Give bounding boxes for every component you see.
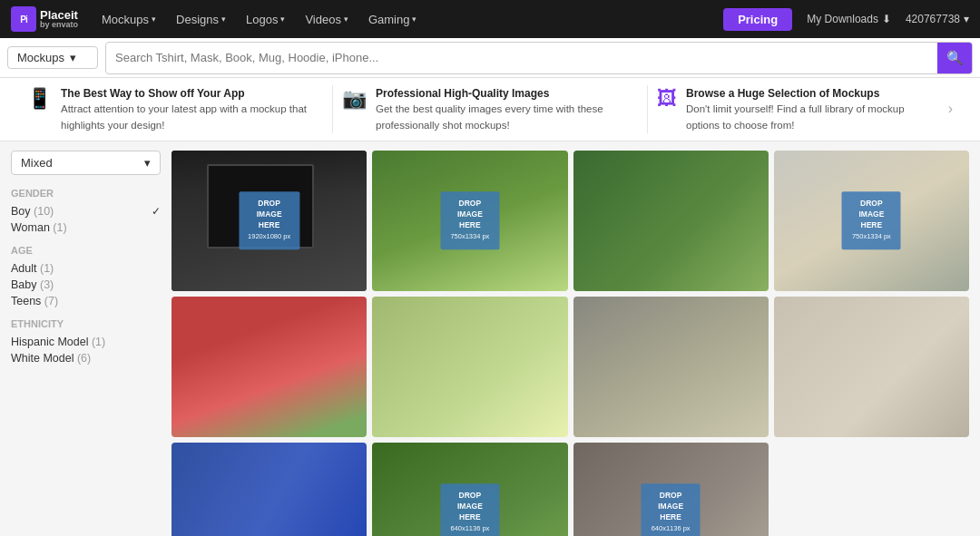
nav-item-designs[interactable]: Designs▾ [167, 9, 235, 30]
logo[interactable]: Pi Placeit by envato [11, 6, 78, 32]
filter-hispanic[interactable]: Hispanic Model (1) [11, 334, 161, 350]
logo-text: Placeit by envato [40, 9, 78, 29]
promo-text-2: Professional High-Quality Images Get the… [376, 85, 638, 133]
drop-overlay-4: DROPIMAGEHERE750x1334 px [842, 191, 901, 249]
ethnicity-label: Ethnicity [11, 318, 161, 329]
account-chevron-icon: ▾ [964, 13, 969, 25]
category-dropdown[interactable]: Mockups ▾ [7, 46, 98, 69]
gallery-item-8[interactable] [774, 297, 969, 437]
gallery-item-9[interactable] [172, 443, 367, 536]
nav-item-videos[interactable]: Videos▾ [296, 9, 358, 30]
search-input-wrap: 🔍 [105, 42, 973, 74]
nav-menu: Mockups▾ Designs▾ Logos▾ Videos▾ Gaming▾ [93, 9, 426, 30]
gallery-item-3[interactable] [573, 151, 769, 291]
filter-white[interactable]: White Model (6) [11, 350, 161, 366]
search-input[interactable] [106, 45, 937, 70]
search-icon: 🔍 [946, 50, 964, 66]
filter-chevron-icon: ▾ [144, 156, 151, 170]
gender-filter-section: Gender Boy (10) ✓ Woman (1) [11, 188, 161, 236]
my-downloads-link[interactable]: My Downloads ⬇ [807, 13, 891, 25]
search-bar: Mockups ▾ 🔍 [0, 38, 980, 78]
search-button[interactable]: 🔍 [937, 43, 972, 73]
gallery-item-11[interactable]: DROPIMAGEHERE640x1136 px [573, 443, 769, 536]
filter-teens[interactable]: Teens (7) [11, 293, 161, 309]
gallery-item-1[interactable]: DROPIMAGEHERE1920x1080 px [172, 151, 367, 291]
drop-overlay-11: DROPIMAGEHERE640x1136 px [642, 483, 701, 536]
gallery-item-6[interactable] [372, 297, 567, 437]
app-icon: 📱 [27, 87, 52, 111]
download-icon: ⬇ [882, 13, 891, 25]
filter-woman[interactable]: Woman (1) [11, 219, 161, 236]
filter-dropdown[interactable]: Mixed ▾ [11, 151, 161, 175]
gallery-item-4[interactable]: DROPIMAGEHERE750x1334 px [774, 151, 969, 291]
gallery-empty-slot [774, 443, 969, 536]
image-gallery: DROPIMAGEHERE1920x1080 px DROPIMAGEHERE7… [172, 151, 969, 536]
promo-item-1: 📱 The Best Way to Show off Your App Attr… [18, 85, 333, 133]
gender-label: Gender [11, 188, 161, 199]
gallery-item-2[interactable]: DROPIMAGEHERE750x1334 px [372, 151, 567, 291]
gallery-item-7[interactable] [573, 297, 769, 437]
promo-banner: 📱 The Best Way to Show off Your App Attr… [0, 78, 980, 141]
pricing-button[interactable]: Pricing [723, 8, 792, 31]
promo-item-2: 📷 Professional High-Quality Images Get t… [333, 85, 648, 133]
category-chevron-icon: ▾ [70, 51, 76, 64]
age-filter-section: Age Adult (1) Baby (3) Teens (7) [11, 245, 161, 309]
nav-item-gaming[interactable]: Gaming▾ [359, 9, 426, 30]
sidebar: Mixed ▾ Gender Boy (10) ✓ Woman (1) Age … [11, 151, 161, 375]
drop-overlay-1: DROPIMAGEHERE1920x1080 px [239, 191, 299, 249]
nav-item-mockups[interactable]: Mockups▾ [93, 9, 165, 30]
navbar: Pi Placeit by envato Mockups▾ Designs▾ L… [0, 0, 980, 38]
drop-overlay-2: DROPIMAGEHERE750x1334 px [440, 191, 499, 249]
filter-adult[interactable]: Adult (1) [11, 260, 161, 277]
user-account[interactable]: 420767738 ▾ [906, 13, 969, 25]
drop-overlay-10: DROPIMAGEHERE640x1136 px [440, 483, 499, 536]
gallery-item-10[interactable]: DROPIMAGEHERE640x1136 px [372, 443, 567, 536]
promo-text-3: Browse a Huge Selection of Mockups Don't… [686, 85, 934, 133]
main-layout: Mixed ▾ Gender Boy (10) ✓ Woman (1) Age … [0, 141, 980, 536]
gallery-item-5[interactable] [172, 297, 367, 437]
check-icon: ✓ [152, 205, 161, 218]
camera-icon: 📷 [342, 87, 367, 111]
ethnicity-filter-section: Ethnicity Hispanic Model (1) White Model… [11, 318, 161, 366]
promo-arrow-icon: › [948, 101, 953, 117]
filter-boy[interactable]: Boy (10) ✓ [11, 203, 161, 219]
gallery-icon: 🖼 [657, 87, 677, 111]
promo-text-1: The Best Way to Show off Your App Attrac… [61, 85, 323, 133]
age-label: Age [11, 245, 161, 256]
filter-baby[interactable]: Baby (3) [11, 277, 161, 293]
logo-icon: Pi [11, 6, 36, 32]
nav-item-logos[interactable]: Logos▾ [237, 9, 294, 30]
promo-item-3: 🖼 Browse a Huge Selection of Mockups Don… [648, 85, 962, 133]
